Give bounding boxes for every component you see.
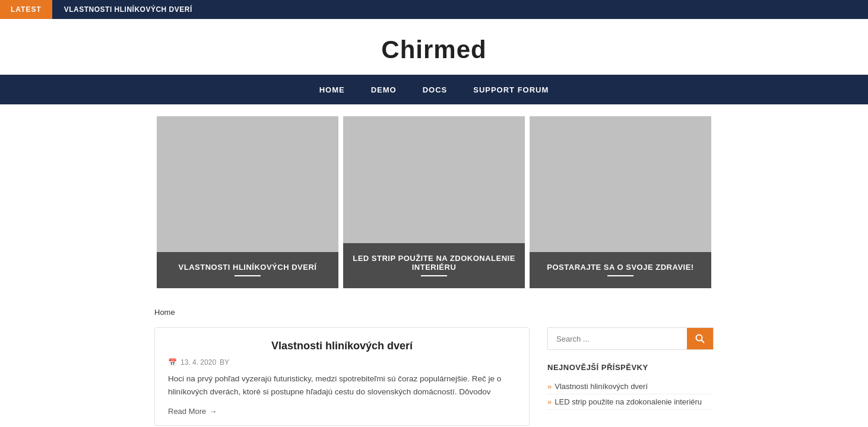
hero-card-0[interactable]: VLASTNOSTI HLINÍKOVÝCH DVERÍ	[157, 116, 338, 288]
hero-slider: VLASTNOSTI HLINÍKOVÝCH DVERÍ LED STRIP P…	[0, 104, 868, 300]
hero-caption-2: POSTARAJTE SA O SVOJE ZDRAVIE!	[530, 252, 711, 288]
nav-home[interactable]: HOME	[306, 85, 358, 94]
recent-post-item-0: Vlastnosti hliníkových dverí	[547, 379, 714, 394]
recent-posts-widget: NEJNOVĚJŠÍ PŘÍSPĚVKY Vlastnosti hliníkov…	[547, 363, 714, 410]
post-date-0: 13. 4. 2020	[180, 358, 216, 367]
recent-post-item-1: LED strip použite na zdokonalenie interi…	[547, 394, 714, 410]
read-more-0[interactable]: Read More →	[168, 407, 217, 416]
recent-posts-list: Vlastnosti hliníkových dverí LED strip p…	[547, 379, 714, 410]
post-card-0: Vlastnosti hliníkových dverí 📅 13. 4. 20…	[154, 327, 530, 426]
ticker-label: LATEST	[0, 0, 52, 19]
ticker-content: VLASTNOSTI HLINÍKOVÝCH DVERÍ	[52, 5, 204, 14]
caption-underline-2	[607, 275, 633, 276]
search-widget	[547, 327, 714, 350]
arrow-icon: →	[209, 407, 217, 416]
recent-post-link-0[interactable]: Vlastnosti hliníkových dverí	[555, 382, 648, 391]
main-nav: HOME DEMO DOCS SUPPORT FORUM	[0, 75, 868, 104]
recent-posts-title: NEJNOVĚJŠÍ PŘÍSPĚVKY	[547, 363, 714, 372]
search-button[interactable]	[687, 328, 713, 349]
site-title: Chirmed	[0, 36, 868, 64]
breadcrumb-home[interactable]: Home	[154, 308, 175, 317]
content-area: Vlastnosti hliníkových dverí 📅 13. 4. 20…	[0, 321, 868, 427]
caption-underline-0	[235, 275, 261, 276]
nav-demo[interactable]: DEMO	[358, 85, 410, 94]
site-title-wrap: Chirmed	[0, 19, 868, 75]
post-meta-0: 📅 13. 4. 2020 BY	[168, 358, 516, 367]
hero-caption-0: VLASTNOSTI HLINÍKOVÝCH DVERÍ	[157, 252, 338, 288]
calendar-icon: 📅	[168, 358, 177, 367]
nav-docs[interactable]: DOCS	[410, 85, 461, 94]
recent-post-link-1[interactable]: LED strip použite na zdokonalenie interi…	[555, 397, 702, 406]
ticker-bar: LATEST VLASTNOSTI HLINÍKOVÝCH DVERÍ	[0, 0, 868, 19]
svg-line-1	[702, 340, 704, 343]
hero-card-1[interactable]: LED STRIP POUŽITE NA ZDOKONALENIE INTERI…	[343, 116, 525, 288]
posts-column: Vlastnosti hliníkových dverí 📅 13. 4. 20…	[154, 327, 530, 427]
breadcrumb: Home	[0, 300, 868, 321]
post-by-0: BY	[220, 358, 229, 367]
hero-card-2[interactable]: POSTARAJTE SA O SVOJE ZDRAVIE!	[530, 116, 711, 288]
post-title-0[interactable]: Vlastnosti hliníkových dverí	[168, 340, 516, 352]
sidebar: NEJNOVĚJŠÍ PŘÍSPĚVKY Vlastnosti hliníkov…	[547, 327, 714, 427]
post-excerpt-0: Hoci na prvý pohľad vyzerajú futuristick…	[168, 372, 516, 398]
search-input[interactable]	[548, 328, 687, 349]
nav-support-forum[interactable]: SUPPORT FORUM	[460, 85, 562, 94]
hero-caption-1: LED STRIP POUŽITE NA ZDOKONALENIE INTERI…	[343, 243, 525, 288]
caption-underline-1	[421, 275, 447, 276]
search-icon	[695, 334, 705, 343]
